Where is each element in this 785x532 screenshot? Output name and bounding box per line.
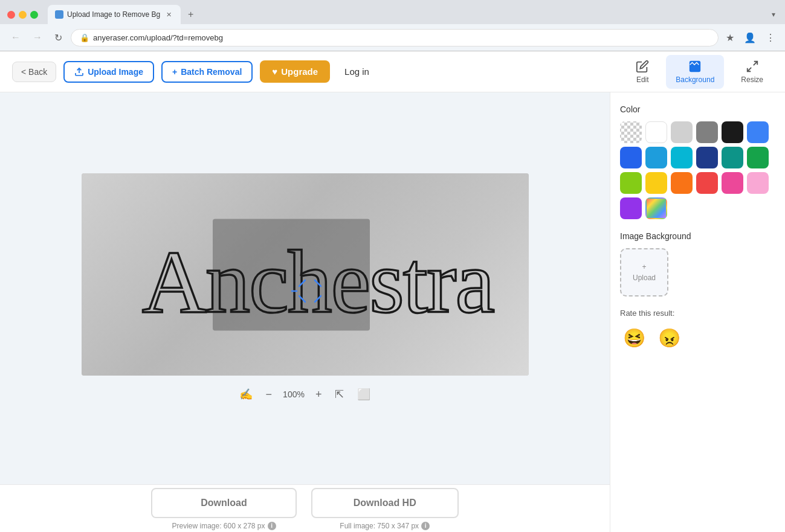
download-bar: Download Preview image: 600 x 278 px i D… (0, 484, 610, 532)
color-blue2[interactable] (620, 147, 642, 168)
forward-nav-btn[interactable]: → (29, 30, 46, 45)
maximize-btn[interactable] (30, 11, 38, 19)
color-pink2[interactable] (747, 172, 769, 194)
tab-edit[interactable]: Edit (626, 55, 659, 89)
upload-image-button[interactable]: Upload Image (63, 61, 154, 83)
preview-info: Preview image: 600 x 278 px i (172, 522, 276, 530)
window-controls (7, 11, 38, 19)
download-hd-button[interactable]: Download HD (311, 488, 459, 518)
upload-icon (74, 67, 84, 77)
color-white[interactable] (645, 121, 667, 143)
zoom-controls: ✍ − 100% + ⇱ ⬜ (237, 385, 373, 403)
upload-bg-label: Upload (633, 274, 656, 282)
refresh-btn[interactable]: ↻ (51, 30, 66, 46)
compare-btn[interactable]: ⬜ (355, 385, 373, 403)
tab-resize[interactable]: Resize (731, 55, 773, 89)
zoom-fit-btn[interactable]: ⇱ (332, 385, 346, 403)
emoji-row: 😆 😠 (620, 324, 775, 351)
active-tab[interactable]: Upload Image to Remove Bg ✕ (48, 5, 181, 24)
tab-close-icon[interactable]: ✕ (164, 10, 173, 19)
bookmark-btn[interactable]: ★ (723, 30, 737, 46)
batch-removal-button[interactable]: + Background Batch Removal (161, 61, 253, 83)
zoom-in-btn[interactable]: + (313, 386, 325, 403)
plus-icon: + (172, 67, 177, 77)
new-tab-btn[interactable]: + (183, 7, 198, 22)
tab-background[interactable]: Background (666, 55, 724, 89)
signature-image: Anchestra (82, 173, 529, 376)
resize-icon (746, 60, 759, 73)
color-purple[interactable] (620, 197, 642, 219)
tab-title: Upload Image to Remove Bg (67, 10, 160, 19)
login-button[interactable]: Log in (337, 62, 376, 82)
heart-icon: ♥ (272, 66, 277, 77)
color-yellow[interactable] (645, 172, 667, 194)
image-bg-label: Image Background (620, 231, 775, 241)
app-header: < Back Upload Image + Background Batch R… (0, 51, 785, 92)
zoom-out-btn[interactable]: − (263, 386, 275, 403)
info-icon-hd: i (421, 522, 430, 530)
color-transparent[interactable] (620, 121, 642, 143)
color-orange[interactable] (671, 172, 693, 194)
full-info: Full image: 750 x 347 px i (340, 522, 430, 530)
color-olive[interactable] (620, 172, 642, 194)
tab-list-btn[interactable]: ▾ (769, 8, 778, 21)
main-area: Anchestra ✍ − 100% + ⇱ (0, 92, 785, 532)
color-blue3[interactable] (645, 147, 667, 168)
color-lightgray[interactable] (671, 121, 693, 143)
color-red[interactable] (696, 172, 718, 194)
color-section-label: Color (620, 104, 775, 114)
background-icon (688, 60, 702, 73)
url-text: anyeraser.com/upload/?td=removebg (93, 33, 709, 42)
right-panel: Color (610, 92, 785, 532)
tab-favicon (55, 10, 63, 19)
browser-chrome: Upload Image to Remove Bg ✕ + ▾ ← → ↻ 🔒 … (0, 0, 785, 51)
pan-btn[interactable]: ✍ (237, 385, 255, 403)
happy-emoji-btn[interactable]: 😆 (620, 324, 648, 351)
minimize-btn[interactable] (19, 11, 27, 19)
color-section: Color (620, 104, 775, 219)
svg-line-2 (753, 61, 757, 65)
svg-line-3 (747, 67, 751, 71)
color-gray[interactable] (696, 121, 718, 143)
rate-label: Rate this result: (620, 309, 775, 318)
info-icon: i (268, 522, 276, 530)
back-button[interactable]: < Back (12, 62, 56, 82)
back-nav-btn[interactable]: ← (7, 30, 24, 45)
edit-icon (636, 60, 649, 73)
color-teal[interactable] (722, 147, 743, 168)
url-lock-icon: 🔒 (80, 33, 89, 42)
color-grid (620, 121, 775, 219)
color-cyan[interactable] (671, 147, 693, 168)
profile-btn[interactable]: 👤 (741, 30, 758, 46)
zoom-level: 100% (283, 389, 305, 399)
canvas-panel: Anchestra ✍ − 100% + ⇱ (0, 92, 610, 532)
download-section: Download Preview image: 600 x 278 px i (151, 488, 296, 530)
angry-emoji-btn[interactable]: 😠 (655, 324, 683, 351)
rate-section: Rate this result: 😆 😠 (620, 309, 775, 351)
url-bar[interactable]: 🔒 anyeraser.com/upload/?td=removebg (71, 29, 719, 46)
svg-text:Anchestra: Anchestra (142, 232, 494, 332)
canvas-zone: Anchestra ✍ − 100% + ⇱ (0, 92, 610, 484)
color-blue1[interactable] (747, 121, 769, 143)
color-gradient[interactable] (645, 197, 667, 219)
chrome-menu-btn[interactable]: ⋮ (763, 30, 778, 46)
upload-background-btn[interactable]: + Upload (620, 248, 668, 296)
download-hd-section: Download HD Full image: 750 x 347 px i (311, 488, 459, 530)
close-btn[interactable] (7, 11, 15, 19)
image-background-section: Image Background + Upload (620, 231, 775, 296)
color-black[interactable] (722, 121, 743, 143)
upload-plus-icon: + (642, 263, 646, 271)
color-pink1[interactable] (722, 172, 743, 194)
color-green[interactable] (747, 147, 769, 168)
image-preview: Anchestra (82, 173, 529, 376)
download-button[interactable]: Download (151, 488, 296, 518)
upgrade-button[interactable]: ♥ Upgrade (260, 60, 330, 83)
color-navy[interactable] (696, 147, 718, 168)
